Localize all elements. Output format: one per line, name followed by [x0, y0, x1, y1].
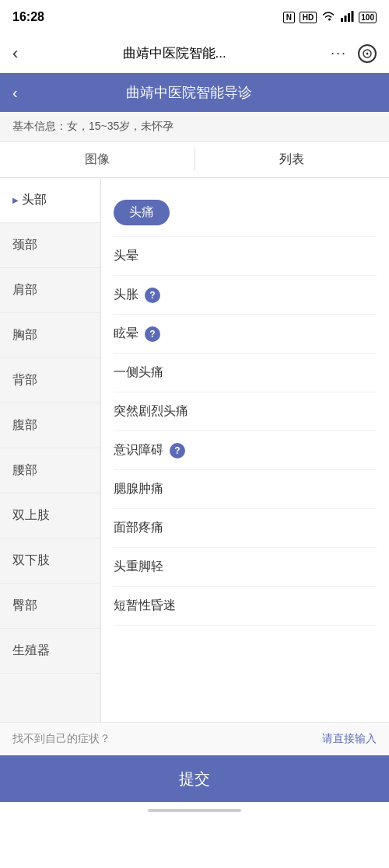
symptom-consciousness-disorder[interactable]: 意识障碍 ?	[114, 431, 377, 470]
app-header: ‹ 曲靖中医院智能导诊	[0, 73, 389, 112]
patient-info: 基本信息：女，15~35岁，未怀孕	[12, 120, 173, 132]
body-part-list: ▶ 头部 颈部 肩部 胸部 背部 腹部 腰部 双上肢 双下肢 臀部	[0, 178, 101, 722]
body-part-neck[interactable]: 颈部	[0, 223, 100, 268]
body-part-shoulder[interactable]: 肩部	[0, 268, 100, 313]
bottom-hint-bar: 找不到自己的症状？ 请直接输入	[0, 722, 389, 755]
symptom-dizziness[interactable]: 头晕	[114, 237, 377, 276]
body-part-back[interactable]: 背部	[0, 358, 100, 403]
help-icon-head-fullness[interactable]: ?	[145, 288, 160, 303]
info-bar: 基本信息：女，15~35岁，未怀孕	[0, 112, 389, 142]
body-part-head[interactable]: ▶ 头部	[0, 178, 100, 223]
svg-rect-2	[348, 13, 350, 22]
home-indicator	[0, 802, 389, 819]
body-part-lower-limbs[interactable]: 双下肢	[0, 539, 100, 584]
nfc-icon: N	[283, 12, 295, 23]
status-bar: 16:28 N HD 100	[0, 0, 389, 34]
svg-rect-3	[352, 11, 354, 22]
symptom-list: 头痛 头晕 头胀 ? 眩晕 ? 一侧头痛 突然剧烈头痛 意识障碍 ?	[101, 178, 389, 722]
nav-actions: ···	[331, 44, 377, 63]
submit-label: 提交	[179, 769, 210, 790]
symptom-sudden-severe-headache[interactable]: 突然剧烈头痛	[114, 392, 377, 431]
nav-title: 曲靖中医院智能...	[123, 44, 226, 62]
svg-rect-0	[341, 18, 343, 22]
tab-list[interactable]: 列表	[195, 142, 390, 177]
home-indicator-bar	[148, 809, 241, 812]
symptom-transient-coma[interactable]: 短暂性昏迷	[114, 587, 377, 626]
body-part-genitals[interactable]: 生殖器	[0, 629, 100, 674]
symptom-parotid-swelling[interactable]: 腮腺肿痛	[114, 470, 377, 509]
tab-bar: 图像 列表	[0, 142, 389, 178]
status-icons: N HD 100	[283, 11, 377, 24]
help-icon-vertigo[interactable]: ?	[145, 326, 160, 342]
nav-bar: ‹ 曲靖中医院智能... ···	[0, 34, 389, 73]
nav-back-button[interactable]: ‹	[12, 44, 18, 64]
wifi-icon	[321, 11, 335, 24]
svg-point-5	[366, 52, 368, 54]
symptom-facial-pain[interactable]: 面部疼痛	[114, 509, 377, 548]
app-header-title: 曲靖中医院智能导诊	[27, 83, 352, 102]
app-back-button[interactable]: ‹	[12, 84, 18, 102]
submit-button[interactable]: 提交	[0, 755, 389, 802]
symptom-one-side-headache[interactable]: 一侧头痛	[114, 354, 377, 392]
nav-more-button[interactable]: ···	[331, 45, 347, 61]
active-arrow: ▶	[12, 196, 19, 204]
signal-icon	[340, 11, 354, 24]
body-part-waist[interactable]: 腰部	[0, 448, 100, 493]
symptom-vertigo[interactable]: 眩晕 ?	[114, 315, 377, 354]
hd-icon: HD	[300, 12, 317, 23]
body-part-buttocks[interactable]: 臀部	[0, 584, 100, 629]
nav-scan-button[interactable]	[358, 44, 377, 63]
help-icon-consciousness[interactable]: ?	[170, 443, 185, 458]
svg-rect-1	[345, 16, 347, 22]
main-content: ▶ 头部 颈部 肩部 胸部 背部 腹部 腰部 双上肢 双下肢 臀部	[0, 178, 389, 722]
battery-icon: 100	[359, 12, 377, 23]
bottom-hint-question: 找不到自己的症状？	[12, 732, 110, 746]
bottom-hint-action[interactable]: 请直接输入	[322, 732, 377, 746]
body-part-abdomen[interactable]: 腹部	[0, 403, 100, 448]
symptom-headache[interactable]: 头痛	[114, 189, 377, 237]
symptom-heavy-head[interactable]: 头重脚轻	[114, 548, 377, 587]
status-time: 16:28	[12, 10, 44, 24]
body-part-upper-limbs[interactable]: 双上肢	[0, 493, 100, 539]
body-part-chest[interactable]: 胸部	[0, 313, 100, 358]
tab-image[interactable]: 图像	[0, 142, 194, 177]
symptom-head-fullness[interactable]: 头胀 ?	[114, 276, 377, 315]
